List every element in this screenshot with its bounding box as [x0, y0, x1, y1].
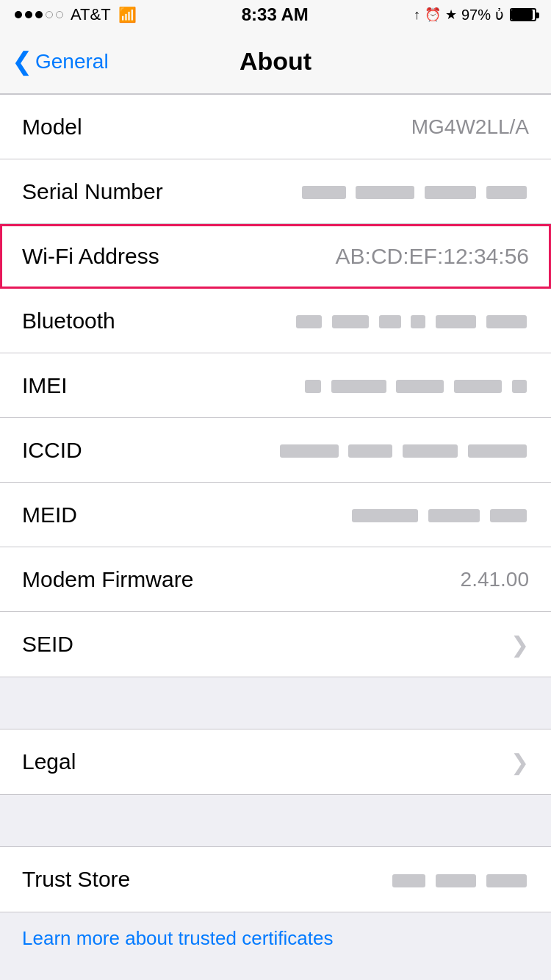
back-chevron-icon: ❮ [12, 48, 32, 73]
trust-blur-1 [392, 874, 425, 887]
bt-blur-5 [436, 315, 476, 328]
trust-store-label: Trust Store [22, 867, 130, 892]
iccid-blur-2 [348, 444, 392, 458]
wifi-value: AB:CD:EF:12:34:56 [336, 244, 529, 269]
legal-chevron-icon: ❯ [511, 749, 529, 775]
signal-dots [15, 11, 63, 18]
legal-row[interactable]: Legal ❯ [0, 729, 551, 794]
iccid-row: ICCID [0, 418, 551, 483]
signal-dot-1 [15, 11, 22, 18]
meid-blur-3 [490, 509, 527, 522]
modem-value: 2.41.00 [461, 568, 529, 591]
iccid-blur-1 [280, 444, 339, 458]
signal-dot-5 [56, 11, 63, 18]
learn-more-link[interactable]: Learn more about trusted certificates [22, 927, 333, 949]
about-table: Model MG4W2LL/A Serial Number Wi-Fi Addr… [0, 94, 551, 677]
status-time: 8:33 AM [242, 4, 309, 25]
iccid-blur-3 [403, 444, 458, 458]
seid-row[interactable]: SEID ❯ [0, 612, 551, 677]
location-icon: ↑ [414, 7, 420, 23]
link-row: Learn more about trusted certificates [0, 912, 551, 965]
seid-label: SEID [22, 632, 73, 657]
trust-blur-3 [486, 874, 527, 887]
model-value: MG4W2LL/A [411, 115, 529, 139]
signal-dot-2 [25, 11, 32, 18]
imei-blur-1 [305, 380, 321, 393]
legal-label: Legal [22, 749, 76, 774]
meid-label: MEID [22, 502, 77, 527]
modem-label: Modem Firmware [22, 567, 193, 592]
wifi-status-icon: 📶 [118, 6, 137, 24]
trust-store-value [390, 868, 529, 891]
serial-blur-2 [356, 186, 414, 199]
bt-blur-1 [296, 315, 322, 328]
imei-label: IMEI [22, 373, 68, 398]
battery-visual [510, 8, 536, 21]
meid-row: MEID [0, 483, 551, 547]
section-spacer-1 [0, 677, 551, 729]
imei-blur-5 [512, 380, 527, 393]
meid-blur-1 [352, 509, 418, 522]
seid-chevron-icon: ❯ [511, 632, 529, 657]
meid-blur-2 [428, 509, 480, 522]
serial-blur-1 [302, 186, 346, 199]
bluetooth-row: Bluetooth [0, 289, 551, 353]
bt-blur-2 [332, 315, 369, 328]
serial-value [300, 180, 529, 203]
carrier-label: AT&T [71, 5, 111, 24]
serial-label: Serial Number [22, 179, 163, 204]
serial-row: Serial Number [0, 159, 551, 224]
serial-blur-4 [486, 186, 527, 199]
model-row: Model MG4W2LL/A [0, 95, 551, 159]
bluetooth-status-icon: ★ [445, 7, 457, 23]
wifi-row: Wi-Fi Address AB:CD:EF:12:34:56 [0, 224, 551, 289]
iccid-value [278, 439, 529, 462]
legal-section: Legal ❯ [0, 729, 551, 795]
bluetooth-label: Bluetooth [22, 309, 115, 334]
back-label: General [35, 50, 109, 73]
back-button[interactable]: ❮ General [12, 50, 109, 73]
status-bar: AT&T 📶 8:33 AM ↑ ⏰ ★ 97% ὐ‌‍️ [0, 0, 551, 29]
bt-blur-3 [379, 315, 401, 328]
iccid-blur-4 [468, 444, 527, 458]
serial-blur-3 [425, 186, 476, 199]
meid-value [350, 503, 529, 527]
bt-blur-6 [486, 315, 527, 328]
status-right: ↑ ⏰ ★ 97% ὐ‌‍️ [414, 6, 536, 24]
imei-row: IMEI [0, 353, 551, 418]
signal-dot-3 [35, 11, 43, 18]
battery-percent: 97% [461, 7, 491, 24]
imei-value [303, 374, 529, 397]
imei-blur-3 [396, 380, 444, 393]
wifi-label: Wi-Fi Address [22, 244, 159, 269]
battery-icon: ὐ‌‍️ [495, 6, 504, 24]
imei-blur-2 [331, 380, 386, 393]
iccid-label: ICCID [22, 438, 82, 463]
section-spacer-2 [0, 795, 551, 846]
trust-store-row: Trust Store [0, 847, 551, 912]
modem-row: Modem Firmware 2.41.00 [0, 547, 551, 612]
trust-blur-2 [436, 874, 476, 887]
bt-blur-4 [411, 315, 425, 328]
status-left: AT&T 📶 [15, 5, 137, 24]
model-label: Model [22, 115, 82, 140]
page-title: About [240, 47, 311, 76]
bluetooth-value [294, 309, 529, 333]
imei-blur-4 [454, 380, 502, 393]
alarm-icon: ⏰ [425, 7, 441, 23]
signal-dot-4 [46, 11, 53, 18]
nav-bar: ❮ General About [0, 29, 551, 94]
trust-store-section: Trust Store [0, 846, 551, 912]
